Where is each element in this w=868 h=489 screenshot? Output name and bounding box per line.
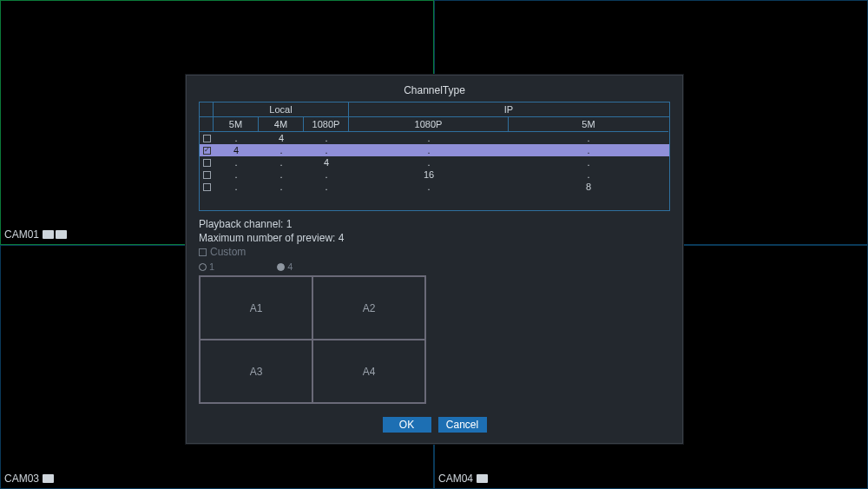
camera-name: CAM03: [4, 472, 39, 485]
row-checkbox-cell[interactable]: [200, 147, 214, 155]
custom-label: Custom: [210, 246, 246, 258]
table-cell: .: [509, 156, 668, 169]
preview-cell[interactable]: A2: [312, 276, 425, 340]
table-cell: 4: [304, 156, 349, 169]
preview-cell[interactable]: A4: [312, 340, 425, 403]
radio-icon: [199, 263, 207, 271]
camera-label-3: CAM03: [4, 472, 54, 485]
row-checkbox[interactable]: [203, 171, 211, 179]
layout-radio-option[interactable]: 4: [277, 261, 293, 272]
row-checkbox[interactable]: [203, 147, 211, 155]
table-cell: .: [214, 156, 259, 169]
group-header-local: Local: [214, 102, 349, 116]
table-cell: .: [214, 181, 259, 193]
table-cell: .: [349, 144, 509, 156]
table-cell: .: [259, 181, 304, 193]
preview-grid: A1A2A3A4: [199, 275, 426, 404]
table-cell: .: [259, 144, 304, 156]
channel-type-dialog: ChannelType Local IP 5M 4M 1080P 1080P 5…: [186, 75, 683, 444]
table-cell: 8: [509, 181, 668, 193]
camera-name: CAM04: [438, 472, 473, 485]
max-preview-label: Maximum number of preview: 4: [199, 232, 670, 244]
camera-icon: [477, 474, 488, 483]
table-cell: .: [214, 169, 259, 181]
table-cell: .: [214, 132, 259, 144]
table-body: .4...4......4.....16.....8: [200, 132, 669, 210]
col-local-1080p: 1080P: [304, 117, 349, 132]
dialog-title: ChannelType: [199, 84, 670, 96]
table-cell: .: [259, 156, 304, 169]
table-column-header: 5M 4M 1080P 1080P 5M: [200, 117, 669, 132]
cancel-button[interactable]: Cancel: [438, 417, 487, 433]
table-cell: .: [304, 169, 349, 181]
custom-row[interactable]: Custom: [199, 246, 670, 258]
camera-icon: [43, 474, 54, 483]
row-checkbox-cell[interactable]: [200, 183, 214, 191]
channel-config-table: Local IP 5M 4M 1080P 1080P 5M .4...4....…: [199, 102, 670, 211]
table-cell: .: [304, 181, 349, 193]
table-cell: .: [304, 132, 349, 144]
dialog-button-row: OK Cancel: [199, 408, 670, 433]
col-ip-1080p: 1080P: [349, 117, 509, 132]
col-local-5m: 5M: [214, 117, 259, 132]
col-ip-5m: 5M: [509, 117, 668, 132]
group-header-ip: IP: [349, 102, 668, 116]
camera-label-1: CAM01: [4, 228, 67, 241]
radio-label-text: 4: [287, 261, 293, 272]
table-cell: 16: [349, 169, 509, 181]
table-row[interactable]: 4....: [200, 144, 669, 156]
table-cell: 4: [214, 144, 259, 156]
table-cell: .: [509, 169, 668, 181]
row-checkbox-cell[interactable]: [200, 159, 214, 167]
table-cell: .: [349, 132, 509, 144]
table-cell: 4: [259, 132, 304, 144]
table-cell: .: [349, 181, 509, 193]
row-checkbox-cell[interactable]: [200, 135, 214, 142]
layout-radio-option[interactable]: 1: [199, 261, 214, 272]
table-cell: .: [349, 156, 509, 169]
preview-cell[interactable]: A1: [200, 276, 312, 340]
radio-icon: [277, 263, 285, 271]
table-cell: .: [304, 144, 349, 156]
table-cell: .: [509, 132, 668, 144]
row-checkbox[interactable]: [203, 159, 211, 167]
row-checkbox[interactable]: [203, 135, 211, 142]
radio-label-text: 1: [209, 261, 214, 272]
table-cell: .: [509, 144, 668, 156]
col-local-4m: 4M: [259, 117, 304, 132]
speaker-icon: [43, 230, 54, 239]
table-row[interactable]: ..4..: [200, 156, 669, 169]
layout-radio-row: 14: [199, 261, 670, 272]
custom-checkbox[interactable]: [199, 248, 207, 256]
camera-name: CAM01: [4, 228, 39, 241]
preview-cell[interactable]: A3: [200, 340, 312, 403]
table-cell: .: [259, 169, 304, 181]
table-row[interactable]: .4...: [200, 132, 669, 144]
playback-channel-label: Playback channel: 1: [199, 218, 670, 230]
table-row[interactable]: ....8: [200, 181, 669, 193]
row-checkbox[interactable]: [203, 183, 211, 191]
camera-label-4: CAM04: [438, 472, 488, 485]
row-checkbox-cell[interactable]: [200, 171, 214, 179]
ok-button[interactable]: OK: [383, 417, 431, 433]
camera-icon: [56, 230, 67, 239]
table-group-header: Local IP: [200, 102, 669, 117]
table-row[interactable]: ...16.: [200, 169, 669, 181]
